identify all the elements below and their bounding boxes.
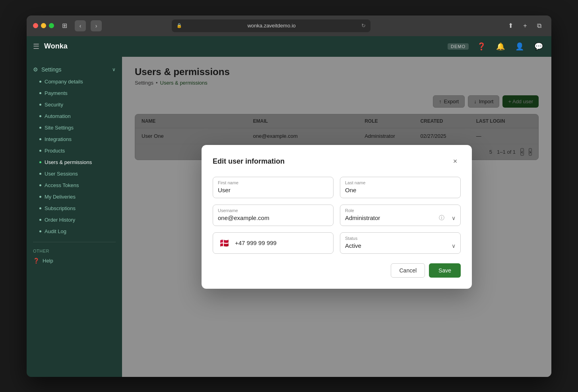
first-name-input[interactable] <box>218 187 328 193</box>
dot-icon <box>39 138 41 140</box>
last-name-field[interactable]: Last name <box>340 177 461 198</box>
username-field[interactable]: Username <box>213 205 334 226</box>
lock-icon: 🔒 <box>177 23 182 28</box>
dot-icon <box>39 81 41 83</box>
modal-title: Edit user information <box>213 157 285 166</box>
sidebar-item-site-settings[interactable]: Site Settings <box>27 122 122 133</box>
sidebar-item-audit-log[interactable]: Audit Log <box>27 226 122 237</box>
modal-header: Edit user information × <box>213 156 461 167</box>
sidebar-divider <box>33 242 116 242</box>
last-name-label: Last name <box>345 180 456 185</box>
sidebar-item-integrations[interactable]: Integrations <box>27 133 122 145</box>
status-select-wrapper: Active Inactive ∨ <box>345 242 456 249</box>
sidebar-item-products[interactable]: Products <box>27 145 122 156</box>
status-label: Status <box>345 236 456 241</box>
sidebar-item-subscriptions[interactable]: Subscriptions <box>27 203 122 214</box>
dot-icon <box>39 115 41 117</box>
help-icon: ❓ <box>33 258 39 264</box>
dot-icon <box>39 196 41 198</box>
forward-button[interactable]: › <box>91 20 102 31</box>
form-row-1: First name Last name <box>213 177 461 198</box>
first-name-field[interactable]: First name <box>213 177 334 198</box>
username-label: Username <box>218 208 328 213</box>
dot-icon <box>39 207 41 209</box>
demo-badge: DEMO <box>448 43 469 50</box>
sidebar-item-label: Audit Log <box>45 228 66 234</box>
settings-label: Settings <box>41 66 62 73</box>
share-button[interactable]: ⬆ <box>505 20 516 31</box>
sidebar-item-security[interactable]: Security <box>27 99 122 110</box>
address-bar[interactable]: 🔒 wonka.zaveitdemo.io ↻ <box>172 19 370 32</box>
sidebar-item-label: Automation <box>45 113 71 119</box>
role-field[interactable]: Role Administrator Editor Viewer ⓘ ∨ <box>340 205 461 226</box>
user-profile-button[interactable]: 👤 <box>513 40 526 53</box>
sidebar-item-label: Access Tokens <box>45 182 79 188</box>
dot-icon <box>39 173 41 175</box>
sidebar-item-label: Security <box>45 102 63 108</box>
cancel-button[interactable]: Cancel <box>391 263 425 278</box>
sidebar-item-label: Subscriptions <box>45 205 76 211</box>
save-button[interactable]: Save <box>429 263 461 278</box>
settings-gear-icon: ⚙ <box>33 66 38 73</box>
back-button[interactable]: ‹ <box>75 20 86 31</box>
notifications-button[interactable]: 🔔 <box>494 40 507 53</box>
modal-close-button[interactable]: × <box>450 156 461 167</box>
sidebar-item-company-details[interactable]: Company details <box>27 76 122 87</box>
role-info-icon: ⓘ <box>439 214 444 222</box>
main-area: ⚙ Settings ∨ Company details Payments <box>27 57 551 377</box>
sidebar-item-my-deliveries[interactable]: My Deliveries <box>27 191 122 203</box>
sidebar-item-payments[interactable]: Payments <box>27 87 122 99</box>
refresh-icon[interactable]: ↻ <box>361 23 366 29</box>
sidebar-item-users-permissions[interactable]: Users & permissions <box>27 156 122 168</box>
role-select-wrapper: Administrator Editor Viewer ⓘ ∨ <box>345 214 456 222</box>
settings-section: ⚙ Settings ∨ Company details Payments <box>27 62 122 239</box>
status-field[interactable]: Status Active Inactive ∨ <box>340 232 461 254</box>
url-text: wonka.zaveitdemo.io <box>185 23 358 29</box>
modal-overlay: Edit user information × First name Last … <box>122 57 551 377</box>
phone-input[interactable] <box>235 239 328 246</box>
sidebar-item-access-tokens[interactable]: Access Tokens <box>27 180 122 191</box>
dot-icon <box>39 219 41 221</box>
sidebar-item-label: My Deliveries <box>45 194 76 200</box>
sidebar-item-label: Integrations <box>45 136 72 142</box>
denmark-flag-icon: 🇩🇰 <box>219 238 229 248</box>
chat-button[interactable]: 💬 <box>532 40 545 53</box>
username-input[interactable] <box>218 214 328 221</box>
nav-right: DEMO ❓ 🔔 👤 💬 <box>448 40 545 53</box>
sidebar-item-user-sessions[interactable]: User Sessions <box>27 168 122 180</box>
form-row-2: Username Role Administrator Editor Viewe… <box>213 205 461 226</box>
sidebar-toggle-button[interactable]: ⊞ <box>59 20 70 31</box>
phone-field[interactable]: 🇩🇰 <box>213 232 334 254</box>
sidebar-item-label: Company details <box>45 79 83 85</box>
dot-icon <box>39 230 41 232</box>
maximize-traffic-light[interactable] <box>49 23 54 28</box>
help-nav-button[interactable]: ❓ <box>475 40 488 53</box>
app-logo: Wonka <box>44 42 68 50</box>
duplicate-button[interactable]: ⧉ <box>534 20 545 31</box>
sidebar-item-label: User Sessions <box>45 171 78 177</box>
sidebar-item-help[interactable]: ❓ Help <box>27 255 122 266</box>
status-select[interactable]: Active Inactive <box>345 242 456 249</box>
phone-country-button[interactable]: 🇩🇰 <box>218 237 231 249</box>
top-nav: ☰ Wonka DEMO ❓ 🔔 👤 💬 <box>27 36 551 57</box>
settings-arrow-icon: ∨ <box>112 67 116 72</box>
new-tab-button[interactable]: + <box>520 20 531 31</box>
settings-header[interactable]: ⚙ Settings ∨ <box>27 63 122 76</box>
role-label: Role <box>345 208 456 213</box>
dot-icon <box>39 184 41 186</box>
minimize-traffic-light[interactable] <box>41 23 46 28</box>
close-traffic-light[interactable] <box>33 23 38 28</box>
dot-icon <box>39 92 41 94</box>
dot-icon <box>39 161 41 163</box>
hamburger-icon[interactable]: ☰ <box>33 42 39 51</box>
browser-titlebar: ⊞ ‹ › 🔒 wonka.zaveitdemo.io ↻ ⬆ + ⧉ <box>27 15 551 36</box>
last-name-input[interactable] <box>345 187 456 193</box>
sidebar-item-automation[interactable]: Automation <box>27 110 122 122</box>
sidebar-item-order-history[interactable]: Order History <box>27 214 122 226</box>
sidebar-item-label: Users & permissions <box>45 159 92 165</box>
dot-icon <box>39 127 41 129</box>
help-label: Help <box>43 258 53 264</box>
form-row-3: 🇩🇰 Status Active Inactive <box>213 232 461 254</box>
sidebar-item-label: Products <box>45 148 65 154</box>
dot-icon <box>39 150 41 152</box>
